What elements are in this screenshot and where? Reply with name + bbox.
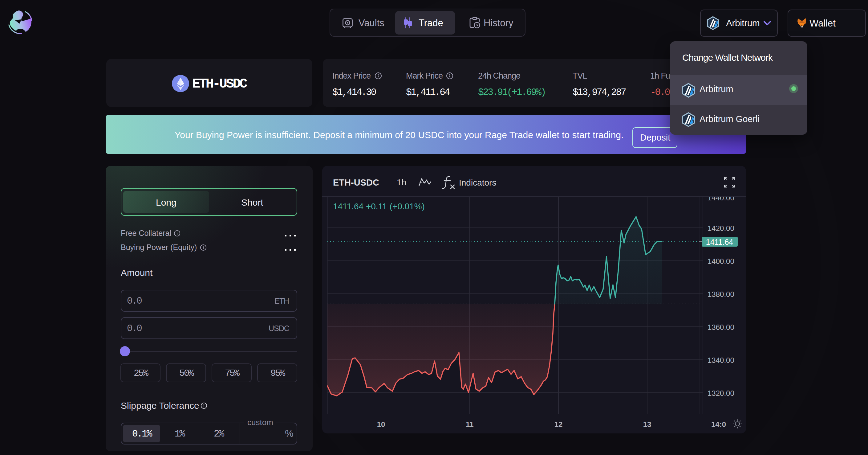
svg-text:1420.00: 1420.00 xyxy=(708,224,734,232)
svg-text:1440.00: 1440.00 xyxy=(708,194,734,202)
svg-text:12: 12 xyxy=(554,420,563,428)
svg-text:1411.64: 1411.64 xyxy=(706,238,734,246)
svg-text:1340.00: 1340.00 xyxy=(708,356,734,364)
svg-text:1400.00: 1400.00 xyxy=(708,257,734,265)
svg-text:13: 13 xyxy=(643,420,651,428)
svg-text:1411.64 +0.11 (+0.01%): 1411.64 +0.11 (+0.01%) xyxy=(333,202,425,211)
svg-text:ETH-USDC: ETH-USDC xyxy=(333,177,379,188)
svg-text:1360.00: 1360.00 xyxy=(708,323,734,332)
svg-text:1380.00: 1380.00 xyxy=(708,290,734,298)
svg-text:1h: 1h xyxy=(397,177,406,187)
svg-text:11: 11 xyxy=(466,420,473,428)
svg-text:Indicators: Indicators xyxy=(459,178,496,188)
svg-text:14:0: 14:0 xyxy=(711,420,726,428)
svg-text:1320.00: 1320.00 xyxy=(708,389,734,397)
svg-text:10: 10 xyxy=(377,420,385,428)
